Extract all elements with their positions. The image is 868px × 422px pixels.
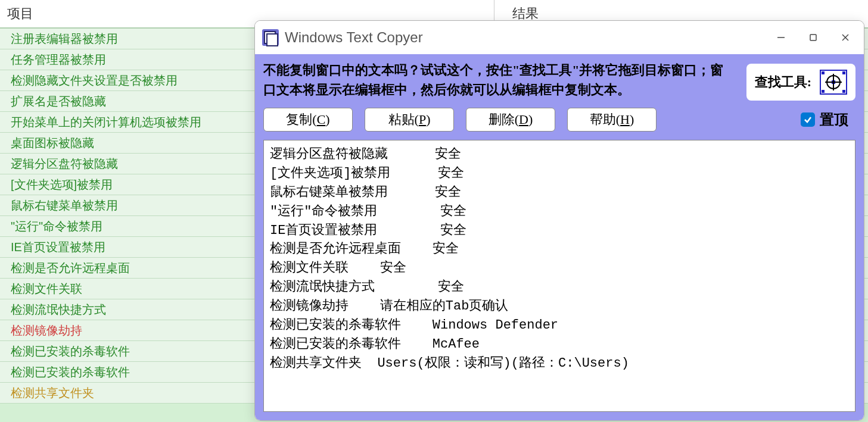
pin-top-checkbox[interactable]	[801, 112, 815, 127]
window-title: Windows Text Copyer	[285, 29, 765, 46]
titlebar[interactable]: Windows Text Copyer	[255, 21, 864, 54]
svg-rect-1	[810, 35, 816, 40]
textarea-wrap	[255, 140, 864, 420]
delete-button[interactable]: 删除(D)	[466, 108, 555, 132]
output-textarea[interactable]	[263, 140, 855, 412]
app-icon	[262, 29, 279, 46]
toolbar-panel: 不能复制窗口中的文本吗？试试这个，按住"查找工具"并将它拖到目标窗口；窗口文本将…	[255, 54, 864, 140]
find-tool-label: 查找工具:	[755, 73, 811, 91]
text-copyer-window: Windows Text Copyer 不能复制窗口中的文本吗？试试这个，按住"…	[254, 20, 864, 421]
pin-top-label: 置顶	[820, 110, 848, 129]
close-button[interactable]	[829, 26, 861, 49]
help-button[interactable]: 帮助(H)	[567, 108, 657, 132]
paste-button[interactable]: 粘贴(P)	[365, 108, 454, 132]
maximize-button[interactable]	[797, 26, 829, 49]
minimize-button[interactable]	[765, 26, 797, 49]
instructions-text: 不能复制窗口中的文本吗？试试这个，按住"查找工具"并将它拖到目标窗口；窗口文本将…	[263, 60, 735, 99]
pin-top-wrap: 置顶	[801, 110, 855, 129]
finder-crosshair-icon[interactable]	[820, 70, 847, 95]
copy-button[interactable]: 复制(C)	[263, 108, 353, 132]
find-tool-box: 查找工具:	[746, 64, 855, 101]
